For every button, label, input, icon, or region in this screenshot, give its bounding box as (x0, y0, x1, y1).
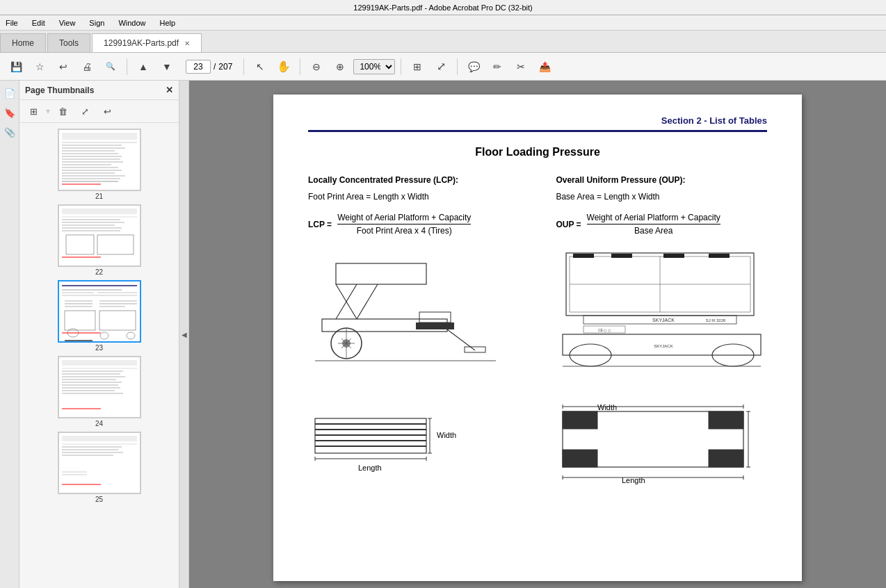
redact-button[interactable]: ✂ (510, 56, 531, 77)
tab-document-label: 129919AK-Parts.pdf (104, 38, 179, 48)
fit-page-button[interactable]: ⤢ (430, 56, 451, 77)
svg-rect-84 (419, 312, 451, 322)
grid-select-button[interactable]: ⊞ (24, 103, 43, 120)
svg-text:Width: Width (437, 431, 456, 439)
tab-document[interactable]: 129919AK-Parts.pdf ✕ (92, 33, 202, 52)
svg-rect-92 (573, 254, 594, 258)
undo-button[interactable]: ↩ (97, 103, 117, 120)
sidebar-close-icon[interactable]: ✕ (166, 85, 173, 95)
thumbnail-23-label: 23 (95, 344, 103, 352)
menu-file[interactable]: File (3, 17, 21, 28)
right-machine-svg: SKYJACK SJ III 3226 CE ◻ ◻ SKYJA (556, 250, 771, 389)
view-mode-button[interactable]: ⊞ (407, 56, 428, 77)
thumbnail-22-img (58, 204, 141, 267)
print-button[interactable]: 🖨 (76, 56, 97, 77)
lcp-formula: LCP = Weight of Aerial Platform + Capaci… (308, 213, 519, 236)
thumbnail-24-img (58, 356, 141, 418)
oup-denominator: Base Area (634, 224, 672, 236)
tools-separator: ▾ (46, 106, 50, 116)
diagram-area: SKYJACK SJ III 3226 CE ◻ ◻ SKYJA (308, 250, 767, 391)
pdf-page: Section 2 - List of Tables Floor Loading… (273, 95, 802, 581)
svg-text:Length: Length (358, 464, 382, 472)
menu-edit[interactable]: Edit (29, 17, 48, 28)
main-area: 📄 🔖 📎 Page Thumbnails ✕ ⊞ ▾ 🗑 ⤢ ↩ (0, 81, 886, 588)
page-separator: / (214, 62, 216, 72)
svg-rect-62 (59, 433, 140, 493)
oup-column: Overall Uniform Pressure (OUP): Base Are… (556, 175, 767, 236)
sidebar-title: Page Thumbnails (25, 85, 94, 95)
oup-formula: OUP = Weight of Aerial Platform + Capaci… (556, 213, 767, 236)
comment-button[interactable]: 💬 (463, 56, 484, 77)
thumbnail-22-label: 22 (95, 268, 103, 276)
toolbar-separator-3 (300, 58, 300, 75)
thumbnail-21[interactable]: 21 (25, 129, 173, 200)
menu-sign[interactable]: Sign (86, 17, 107, 28)
lcp-denominator: Foot Print Area x 4 (Tires) (357, 224, 452, 236)
bottom-left-diagram: Width Length (308, 405, 519, 490)
toolbar-separator-1 (127, 58, 127, 75)
menu-help[interactable]: Help (157, 17, 179, 28)
search-reduce-button[interactable]: 🔍 (100, 56, 121, 77)
bookmarks-icon[interactable]: 🔖 (1, 104, 18, 121)
zoom-in-button[interactable]: ⊕ (330, 56, 351, 77)
toolbar-separator-4 (401, 58, 401, 75)
lcp-numerator: Weight of Aerial Platform + Capacity (337, 213, 471, 224)
bottom-right-diagram: Width Length (556, 405, 767, 490)
tab-tools-label: Tools (59, 38, 79, 48)
svg-rect-47 (65, 340, 92, 341)
thumbnail-21-label: 21 (95, 193, 103, 200)
hand-tool-button[interactable]: ✋ (273, 56, 294, 77)
left-machine-svg (308, 250, 510, 389)
bookmark-button[interactable]: ☆ (29, 56, 50, 77)
tab-tools[interactable]: Tools (47, 33, 90, 52)
tab-home-label: Home (12, 38, 34, 48)
bottom-diagram-area: Width Length (308, 405, 767, 490)
attachments-icon[interactable]: 📎 (1, 124, 18, 140)
sidebar-collapse-handle[interactable]: ◀ (179, 81, 189, 588)
move-pages-button[interactable]: ⤢ (75, 103, 95, 120)
section-header-text: Section 2 - List of Tables (661, 115, 767, 126)
thumbnail-24[interactable]: 24 (25, 356, 173, 427)
tab-home[interactable]: Home (0, 33, 46, 52)
delete-pages-button[interactable]: 🗑 (53, 103, 72, 120)
svg-rect-72 (336, 263, 426, 284)
scroll-up-button[interactable]: ▲ (133, 56, 154, 77)
thumbnail-25[interactable]: 25 (25, 432, 173, 503)
svg-rect-50 (62, 360, 137, 366)
save-button[interactable]: 💾 (6, 56, 26, 77)
svg-rect-123 (563, 411, 597, 429)
window-title: 129919AK-Parts.pdf - Adobe Acrobat Pro D… (6, 3, 880, 12)
svg-text:CE  ◻  ◻: CE ◻ ◻ (599, 328, 611, 332)
history-back-button[interactable]: ↩ (53, 56, 74, 77)
svg-rect-19 (62, 209, 137, 214)
thumbnail-24-label: 24 (95, 420, 103, 427)
section-header: Section 2 - List of Tables (308, 115, 767, 132)
toolbar-separator-5 (457, 58, 458, 75)
svg-rect-86 (465, 347, 485, 352)
thumbnail-21-img (58, 129, 141, 191)
svg-rect-1 (62, 133, 137, 140)
pen-button[interactable]: ✏ (487, 56, 508, 77)
toolbar: 💾 ☆ ↩ 🖨 🔍 ▲ ▼ / 207 ↖ ✋ ⊖ ⊕ 100% 75% 125… (0, 53, 886, 81)
oup-area-eq: Base Area = Length x Width (556, 192, 767, 202)
layers-icon[interactable]: 📄 (1, 85, 18, 101)
thumbnail-23[interactable]: 23 (25, 280, 173, 352)
tab-close-icon[interactable]: ✕ (184, 40, 190, 47)
scroll-down-button[interactable]: ▼ (156, 56, 177, 77)
icon-rail: 📄 🔖 📎 (0, 81, 19, 588)
menu-window[interactable]: Window (115, 17, 148, 28)
tab-bar: Home Tools 129919AK-Parts.pdf ✕ (0, 31, 886, 53)
pdf-area[interactable]: Section 2 - List of Tables Floor Loading… (189, 81, 886, 588)
zoom-select[interactable]: 100% 75% 125% 150% (353, 59, 395, 74)
thumbnail-23-img (58, 280, 141, 343)
page-title: Floor Loading Pressure (308, 146, 767, 158)
diagram-right: SKYJACK SJ III 3226 CE ◻ ◻ SKYJA (556, 250, 767, 391)
thumbnails-area[interactable]: 21 (19, 123, 179, 588)
menu-view[interactable]: View (56, 17, 79, 28)
cursor-tool-button[interactable]: ↖ (250, 56, 271, 77)
page-title-text: Floor Loading Pressure (475, 146, 600, 158)
thumbnail-22[interactable]: 22 (25, 204, 173, 276)
page-number-input[interactable] (186, 60, 211, 74)
export-button[interactable]: 📤 (534, 56, 555, 77)
zoom-out-button[interactable]: ⊖ (306, 56, 327, 77)
